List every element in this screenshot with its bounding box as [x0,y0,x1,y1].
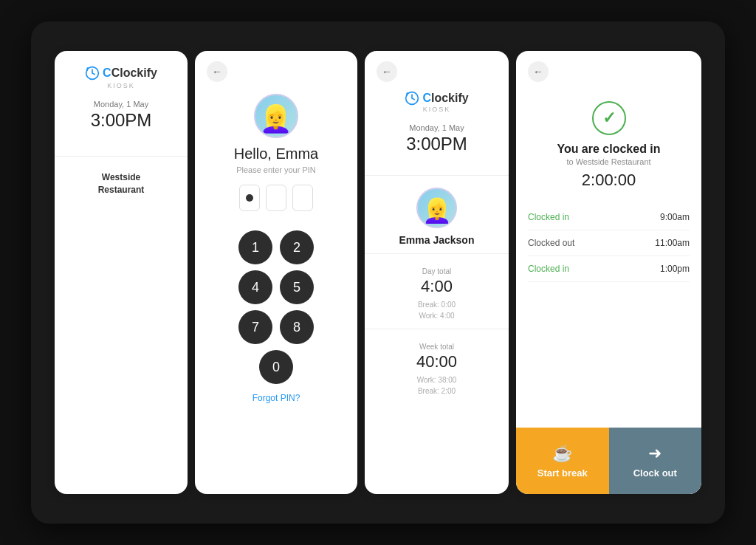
day-break: Break: 0:00 [377,299,497,310]
avatar-area: 👱‍♀️ Hello, Emma Please enter your PIN [222,88,330,230]
back-button[interactable]: ← [207,61,227,82]
pin-dot-2 [266,185,286,211]
numpad-row-2: 4 5 [238,270,314,304]
tablet-frame: CClockify KIOSK Monday, 1 May 3:00PM Wes… [31,21,725,524]
log-row-3: Clocked in 1:00pm [528,256,690,282]
log-row-2: Clocked out 11:00am [528,230,690,256]
hello-text: Hello, Emma [234,145,318,162]
start-break-button[interactable]: ☕ Start break [516,428,609,494]
week-total-section: Week total 40:00 Work: 38:00 Break: 2:00 [365,332,509,401]
numpad-row-0: 0 [259,350,293,384]
time-log: Clocked in 9:00am Clocked out 11:00am Cl… [516,205,701,428]
clock-out-label: Clock out [633,467,677,479]
avatar: 👱‍♀️ [254,94,298,138]
r1-header: ← [365,51,509,88]
pin-dot-3 [292,185,313,211]
status-area: ✓ You are clocked in to Westside Restaur… [516,86,701,205]
break-icon: ☕ [552,444,572,463]
log-label-clocked-in-2: Clocked in [528,264,569,274]
screen-clocked-in-status: ← ✓ You are clocked in to Westside Resta… [516,51,701,494]
num-btn-5[interactable]: 5 [280,270,314,304]
divider-r1-2 [365,253,509,254]
r2-content: ✓ You are clocked in to Westside Restaur… [516,86,701,494]
divider [55,156,188,157]
back-button-r2[interactable]: ← [528,61,549,82]
log-time-1: 9:00am [660,212,690,222]
week-work: Work: 38:00 [377,374,497,385]
numpad-row-1: 1 2 [238,230,314,264]
r1-date: Monday, 1 May [409,123,464,132]
left-time: 3:00PM [91,110,152,131]
week-total-label: Week total [377,343,497,351]
pin-dot-1 [239,185,260,211]
clocked-in-title: You are clocked in [557,143,660,156]
screen-kiosk-home: CClockify KIOSK Monday, 1 May 3:00PM Wes… [55,51,188,494]
num-btn-2[interactable]: 2 [280,230,314,264]
week-total-value: 40:00 [377,352,497,371]
back-button-r1[interactable]: ← [377,61,397,82]
forgot-pin-link[interactable]: Forgot PIN? [252,393,300,403]
clockify-logo-icon-r1 [405,91,419,106]
num-btn-0[interactable]: 0 [259,350,293,384]
clocked-in-location: to Westside Restaurant [566,157,650,166]
action-buttons: ☕ Start break ➜ Clock out [516,428,701,494]
day-work: Work: 4:00 [377,310,497,321]
day-total-section: Day total 4:00 Break: 0:00 Work: 4:00 [365,257,509,326]
emma-avatar: 👱‍♀️ [416,188,457,228]
log-label-clocked-out: Clocked out [528,238,574,248]
pin-dots [239,185,313,211]
kiosk-label-r1: KIOSK [423,106,451,113]
r1-time: 3:00PM [406,134,467,154]
day-total-label: Day total [377,267,497,275]
numpad: 1 2 4 5 7 8 0 [227,230,326,384]
logo-area: CClockify [85,66,157,80]
numpad-row-3: 7 8 [238,310,314,344]
num-btn-4[interactable]: 4 [238,270,272,304]
screen-pin-entry: ← 👱‍♀️ Hello, Emma Please enter your PIN… [195,51,357,494]
left-date: Monday, 1 May [94,100,148,109]
log-label-clocked-in-1: Clocked in [528,212,569,222]
clock-out-button[interactable]: ➜ Clock out [609,428,702,494]
num-btn-7[interactable]: 7 [238,310,272,344]
elapsed-time: 2:00:00 [582,171,636,190]
left-location: WestsideRestaurant [55,160,188,208]
logo-text: CClockify [103,66,157,80]
check-circle: ✓ [592,101,626,135]
logo-text-r1: Clockify [422,92,468,105]
log-row-1: Clocked in 9:00am [528,205,690,230]
clockout-icon: ➜ [648,444,662,463]
kiosk-label: KIOSK [107,82,135,89]
log-time-2: 11:00am [655,238,690,248]
screen-employee-dashboard: ← Clockify KIOSK Monday, 1 May 3:00PM 👱‍… [365,51,509,494]
logo-row-r1: Clockify [405,91,468,106]
day-total-value: 4:00 [377,277,497,296]
clockify-logo-icon [85,66,100,80]
r2-header: ← [516,51,701,86]
enter-pin-text: Please enter your PIN [236,165,316,174]
divider-r1-3 [365,329,509,329]
emma-name: Emma Jackson [399,234,475,246]
week-break: Break: 2:00 [377,385,497,397]
log-time-3: 1:00pm [660,264,690,274]
divider-r1 [365,175,509,176]
check-icon: ✓ [602,109,616,128]
num-btn-1[interactable]: 1 [238,230,272,264]
num-btn-8[interactable]: 8 [280,310,314,344]
start-break-label: Start break [537,467,588,479]
